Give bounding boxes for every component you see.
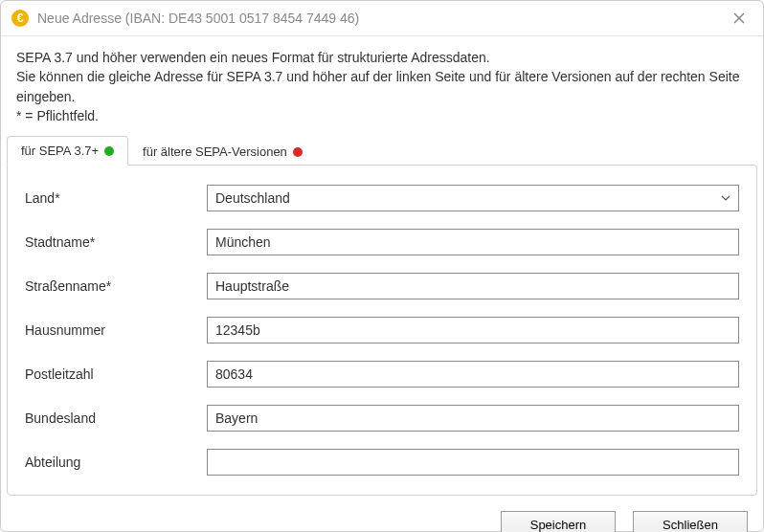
postal-input[interactable]: [207, 361, 739, 388]
label-department: Abteilung: [25, 454, 207, 470]
footer: Speichern Schließen: [1, 501, 763, 532]
label-country: Land*: [25, 190, 207, 206]
tab-sepa37-label: für SEPA 3.7+: [21, 144, 99, 158]
country-select-value: Deutschland: [215, 190, 290, 206]
street-input[interactable]: [207, 273, 739, 299]
city-input[interactable]: [207, 229, 739, 255]
row-state: Bundesland: [25, 405, 739, 432]
tab-sepa37[interactable]: für SEPA 3.7+: [7, 136, 128, 166]
row-houseno: Hausnummer: [25, 317, 739, 344]
row-country: Land* Deutschland: [25, 185, 739, 211]
label-postal: Postleitzahl: [25, 366, 207, 382]
label-state: Bundesland: [25, 410, 207, 426]
row-department: Abteilung: [25, 449, 739, 476]
row-street: Straßenname*: [25, 273, 739, 299]
label-houseno: Hausnummer: [25, 322, 207, 338]
tab-older-label: für ältere SEPA-Versionen: [143, 144, 287, 159]
tabs: für SEPA 3.7+ für ältere SEPA-Versionen: [1, 135, 763, 165]
country-select[interactable]: Deutschland: [207, 185, 739, 211]
tab-older-sepa[interactable]: für ältere SEPA-Versionen: [128, 137, 317, 166]
intro-text: SEPA 3.7 und höher verwenden ein neues F…: [1, 36, 763, 135]
form-panel: Land* Deutschland Stadtname* Straßenname…: [7, 165, 757, 496]
dialog-window: € Neue Adresse (IBAN: DE43 5001 0517 845…: [0, 0, 764, 532]
status-dot-red-icon: [293, 147, 303, 157]
svg-text:€: €: [17, 11, 24, 25]
close-button[interactable]: Schließen: [633, 511, 748, 532]
label-city: Stadtname*: [25, 234, 207, 250]
intro-line3: * = Pflichtfeld.: [16, 106, 748, 125]
row-postal: Postleitzahl: [25, 361, 739, 388]
department-input[interactable]: [207, 449, 739, 476]
window-close-button[interactable]: [725, 7, 753, 30]
label-street: Straßenname*: [25, 278, 207, 294]
row-city: Stadtname*: [25, 229, 739, 255]
save-button[interactable]: Speichern: [501, 511, 616, 532]
close-icon: [733, 12, 745, 24]
state-input[interactable]: [207, 405, 739, 432]
app-euro-icon: €: [11, 9, 30, 28]
window-title: Neue Adresse (IBAN: DE43 5001 0517 8454 …: [37, 11, 725, 26]
chevron-down-icon: [721, 193, 730, 203]
intro-line2: Sie können die gleiche Adresse für SEPA …: [16, 67, 748, 106]
titlebar: € Neue Adresse (IBAN: DE43 5001 0517 845…: [1, 1, 763, 36]
status-dot-green-icon: [104, 146, 114, 156]
intro-line1: SEPA 3.7 und höher verwenden ein neues F…: [16, 48, 748, 67]
houseno-input[interactable]: [207, 317, 739, 344]
